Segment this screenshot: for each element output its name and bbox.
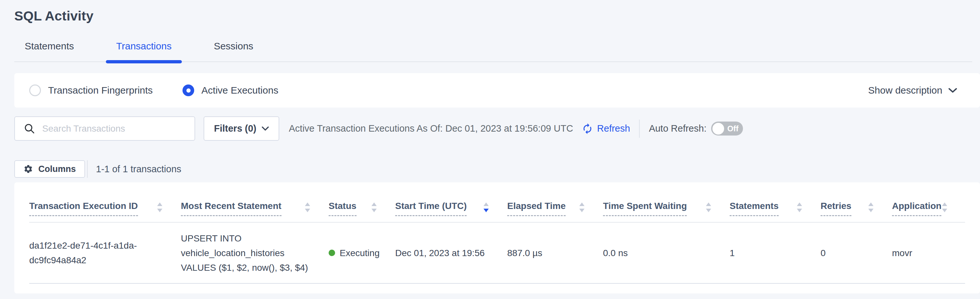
toolbar: Filters (0) Active Transaction Execution…	[14, 116, 980, 141]
transactions-table: Transaction Execution ID Most Recent Sta…	[29, 182, 965, 284]
cell-application: movr	[892, 222, 965, 283]
column-header-start-time[interactable]: Start Time (UTC)	[395, 182, 507, 222]
cell-transaction-execution-id: da1f21e2-de71-4c1f-a1da-dc9fc94a84a2	[29, 222, 181, 283]
column-header-elapsed-time[interactable]: Elapsed Time	[507, 182, 603, 222]
sort-icon[interactable]	[796, 202, 803, 216]
tab-transactions[interactable]: Transactions	[106, 41, 182, 61]
sort-icon[interactable]	[304, 202, 311, 216]
cell-statements: 1	[730, 222, 821, 283]
tab-bar: Statements Transactions Sessions	[14, 41, 972, 62]
radio-active-executions-label: Active Executions	[201, 85, 278, 96]
transactions-table-card: Transaction Execution ID Most Recent Sta…	[14, 182, 980, 293]
filters-button-label: Filters (0)	[214, 123, 256, 134]
column-header-most-recent-statement[interactable]: Most Recent Statement	[181, 182, 329, 222]
radio-transaction-fingerprints-label: Transaction Fingerprints	[48, 85, 153, 96]
columns-button[interactable]: Columns	[14, 160, 85, 178]
view-mode-card: Transaction Fingerprints Active Executio…	[14, 73, 980, 107]
tab-sessions-label: Sessions	[214, 41, 253, 51]
refresh-button[interactable]: Refresh	[582, 123, 630, 134]
cell-elapsed-time: 887.0 µs	[507, 222, 603, 283]
cell-status: Executing	[329, 222, 395, 283]
column-header-application[interactable]: Application	[892, 182, 965, 222]
column-header-retries[interactable]: Retries	[821, 182, 892, 222]
refresh-label: Refresh	[597, 123, 630, 134]
refresh-icon	[582, 123, 593, 134]
executing-status-dot-icon	[329, 249, 335, 256]
cell-time-spent-waiting: 0.0 ns	[603, 222, 730, 283]
table-controls-row: Columns 1-1 of 1 transactions	[14, 160, 980, 178]
chevron-down-icon	[948, 88, 957, 93]
sort-icon[interactable]	[941, 202, 948, 216]
tab-statements[interactable]: Statements	[14, 41, 84, 61]
column-header-statements[interactable]: Statements	[730, 182, 821, 222]
search-icon	[24, 123, 35, 134]
sort-icon[interactable]	[705, 202, 712, 216]
sort-icon[interactable]	[371, 202, 377, 216]
radio-transaction-fingerprints[interactable]: Transaction Fingerprints	[29, 85, 153, 96]
toggle-state-label: Off	[727, 124, 739, 133]
chevron-down-icon	[262, 126, 269, 131]
sort-icon[interactable]	[483, 202, 489, 216]
search-box[interactable]	[14, 116, 195, 141]
sql-activity-page: SQL Activity Statements Transactions Ses…	[0, 0, 980, 299]
sort-icon[interactable]	[156, 202, 163, 216]
table-row[interactable]: da1f21e2-de71-4c1f-a1da-dc9fc94a84a2 UPS…	[29, 222, 965, 283]
sort-icon[interactable]	[868, 202, 874, 216]
columns-button-label: Columns	[38, 164, 76, 174]
auto-refresh-toggle[interactable]: Off	[711, 122, 743, 136]
status-label: Executing	[340, 246, 380, 260]
radio-active-executions[interactable]: Active Executions	[183, 85, 278, 96]
show-description-label: Show description	[868, 85, 942, 96]
column-header-transaction-execution-id[interactable]: Transaction Execution ID	[29, 182, 181, 222]
auto-refresh-label: Auto Refresh:	[649, 123, 706, 134]
tab-transactions-label: Transactions	[116, 41, 172, 51]
tab-statements-label: Statements	[25, 41, 74, 51]
controls-divider	[87, 160, 88, 178]
show-description-toggle[interactable]: Show description	[868, 85, 957, 96]
column-header-status[interactable]: Status	[329, 182, 395, 222]
sort-icon[interactable]	[579, 202, 585, 216]
gear-icon	[23, 164, 33, 174]
toggle-knob	[713, 123, 724, 134]
tab-sessions[interactable]: Sessions	[203, 41, 264, 61]
cell-start-time: Dec 01, 2023 at 19:56	[395, 222, 507, 283]
table-header-row: Transaction Execution ID Most Recent Sta…	[29, 182, 965, 222]
results-count: 1-1 of 1 transactions	[96, 164, 181, 174]
radio-selected-icon	[183, 85, 194, 96]
filters-button[interactable]: Filters (0)	[204, 116, 279, 141]
active-tab-indicator	[106, 60, 182, 63]
search-input[interactable]	[42, 123, 188, 134]
radio-unselected-icon	[29, 85, 41, 96]
cell-most-recent-statement: UPSERT INTO vehicle_location_histories V…	[181, 222, 329, 283]
cell-retries: 0	[821, 222, 892, 283]
toolbar-divider	[639, 120, 640, 138]
page-title: SQL Activity	[0, 0, 980, 24]
column-header-time-spent-waiting[interactable]: Time Spent Waiting	[603, 182, 730, 222]
as-of-text: Active Transaction Executions As Of: Dec…	[289, 123, 573, 134]
